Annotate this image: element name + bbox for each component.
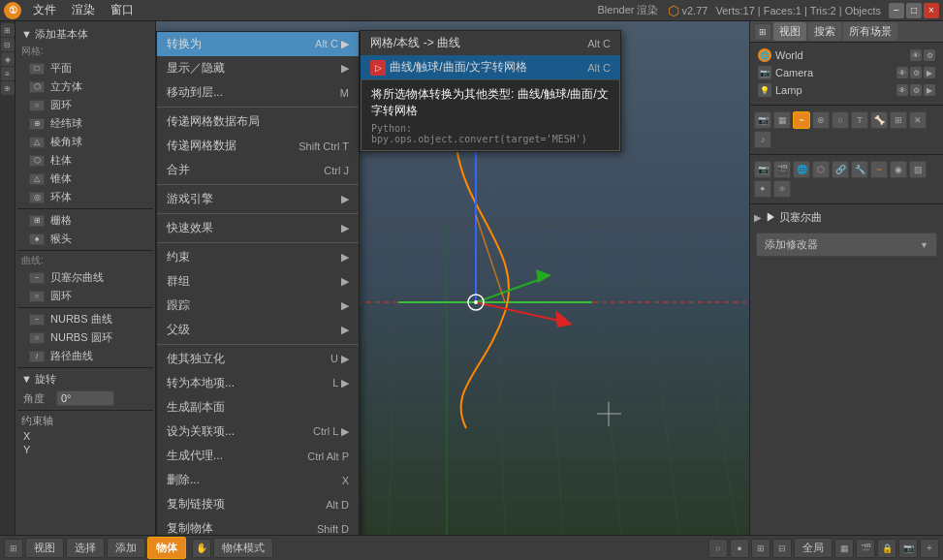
- bottom-btn-add[interactable]: 添加: [107, 538, 145, 558]
- menu-file[interactable]: 文件: [25, 0, 64, 20]
- scene-item-world[interactable]: 🌐 World 👁 ⚙: [754, 47, 939, 64]
- prop-icon-texture[interactable]: ▨: [909, 161, 927, 178]
- menu-item-transfer-data[interactable]: 传递网格数据 Shift Ctrl T: [157, 134, 359, 158]
- menu-item-make-single[interactable]: 使其独立化 U ▶: [157, 347, 359, 371]
- menu-item-group[interactable]: 群组 ▶: [157, 269, 359, 294]
- menu-item-quick-effects[interactable]: 快速效果 ▶: [157, 216, 359, 240]
- sidebar-item-nurbs[interactable]: ~ NURBS 曲线: [17, 310, 153, 328]
- lamp-render-icon[interactable]: ⚙: [910, 84, 922, 96]
- bottom-render-icon[interactable]: ▦: [834, 539, 854, 558]
- bottom-btn-object-mode[interactable]: 物体模式: [213, 538, 273, 558]
- sidebar-item-circle[interactable]: ○ 圆环: [17, 96, 153, 114]
- menu-item-track[interactable]: 跟踪 ▶: [157, 294, 359, 318]
- menu-item-join[interactable]: 合并 Ctrl J: [157, 158, 359, 182]
- r-icon-arm[interactable]: 🦴: [870, 111, 888, 129]
- bottom-cam-icon[interactable]: 📷: [898, 539, 918, 558]
- bottom-dot-icon[interactable]: ●: [730, 539, 749, 558]
- sidebar-item-bezier[interactable]: ~ 贝塞尔曲线: [17, 268, 153, 287]
- menu-item-proxy[interactable]: 生成代理... Ctrl Alt P: [157, 444, 359, 468]
- prop-icon-object[interactable]: ⬡: [812, 161, 830, 178]
- bottom-icon-view[interactable]: ⊞: [4, 539, 23, 558]
- add-modifier-button[interactable]: 添加修改器 ▼: [756, 233, 937, 257]
- right-tab-view[interactable]: 视图: [773, 22, 806, 41]
- left-icon-1[interactable]: ⊞: [1, 23, 15, 37]
- sidebar-item-cube[interactable]: ⬡ 立方体: [17, 78, 153, 96]
- bottom-circle-icon[interactable]: ○: [708, 539, 728, 558]
- sidebar-item-cone[interactable]: △ 锥体: [17, 170, 153, 188]
- menu-render[interactable]: 渲染: [64, 0, 103, 20]
- menu-item-convert[interactable]: 转换为 Alt C ▶ 网格/本线 -> 曲线 Alt C ▷ 曲线/触球/曲面…: [157, 32, 359, 56]
- scene-item-lamp[interactable]: 💡 Lamp 👁 ⚙ ▶: [754, 81, 939, 99]
- bottom-btn-select[interactable]: 选择: [66, 538, 105, 558]
- sidebar-item-uvsphere[interactable]: ⊕ 经纬球: [17, 114, 153, 133]
- bottom-btn-view[interactable]: 视图: [25, 538, 64, 558]
- camera-arrow-icon[interactable]: ▶: [924, 67, 935, 78]
- menu-item-dup-faces[interactable]: 生成副本面: [157, 395, 359, 420]
- minimize-button[interactable]: −: [889, 3, 904, 18]
- r-icon-spkr[interactable]: ♪: [754, 131, 771, 148]
- right-tab-all-scenes[interactable]: 所有场景: [843, 22, 897, 41]
- r-icon-curve[interactable]: ~: [793, 111, 810, 129]
- prop-icon-constraint[interactable]: 🔗: [832, 161, 849, 178]
- menu-item-make-linked[interactable]: 设为关联项... Ctrl L ▶: [157, 420, 359, 444]
- camera-render-icon[interactable]: ⚙: [910, 67, 922, 78]
- prop-icon-particles[interactable]: ✦: [754, 180, 771, 198]
- right-icon-panel[interactable]: ⊞: [754, 23, 771, 41]
- menu-window[interactable]: 窗口: [103, 0, 141, 20]
- bottom-icon-hand[interactable]: ✋: [192, 539, 211, 558]
- r-icon-meta[interactable]: ○: [832, 111, 849, 129]
- prop-icon-modifier[interactable]: 🔧: [851, 161, 868, 178]
- prop-icon-material[interactable]: ◉: [890, 161, 907, 178]
- prop-icon-data[interactable]: ~: [870, 161, 888, 178]
- menu-item-dup-linked[interactable]: 复制链接项 Alt D: [157, 492, 359, 516]
- menu-item-transfer-layout[interactable]: 传递网格数据布局: [157, 109, 359, 134]
- sidebar-item-path[interactable]: / 路径曲线: [17, 347, 153, 365]
- menu-item-parent[interactable]: 父级 ▶: [157, 318, 359, 342]
- right-tab-search[interactable]: 搜索: [808, 22, 841, 41]
- maximize-button[interactable]: □: [906, 3, 922, 18]
- r-icon-lat[interactable]: ⊞: [890, 111, 907, 129]
- r-icon-empty[interactable]: ✕: [909, 111, 927, 129]
- sidebar-item-nurbs-circle[interactable]: ○ NURBS 圆环: [17, 328, 153, 347]
- r-icon-surface[interactable]: ⊛: [812, 111, 830, 129]
- close-button[interactable]: ×: [924, 3, 939, 18]
- lamp-vis-icon[interactable]: 👁: [896, 84, 908, 96]
- left-icon-2[interactable]: ⊟: [1, 38, 15, 51]
- camera-vis-icon[interactable]: 👁: [896, 67, 908, 78]
- menu-item-make-local[interactable]: 转为本地项... L ▶: [157, 371, 359, 395]
- prop-icon-render[interactable]: 📷: [754, 161, 771, 178]
- bottom-global-label[interactable]: 全局: [794, 538, 833, 558]
- angle-input[interactable]: [56, 390, 114, 406]
- bottom-btn-object[interactable]: 物体: [147, 537, 186, 559]
- sidebar-item-monkey[interactable]: ♠ 猴头: [17, 230, 153, 248]
- submenu-item-mesh-to-curve[interactable]: 网格/本线 -> 曲线 Alt C: [361, 31, 620, 55]
- left-icon-3[interactable]: ◈: [1, 52, 15, 66]
- menu-item-delete[interactable]: 删除... X: [157, 468, 359, 492]
- sidebar-item-cylinder[interactable]: ⬡ 柱体: [17, 151, 153, 170]
- left-icon-5[interactable]: ⊕: [1, 81, 15, 95]
- sidebar-item-icosphere[interactable]: △ 棱角球: [17, 133, 153, 151]
- sidebar-item-grid[interactable]: ⊞ 栅格: [17, 211, 153, 230]
- scene-item-camera[interactable]: 📷 Camera 👁 ⚙ ▶: [754, 64, 939, 81]
- prop-icon-scene[interactable]: 🎬: [773, 161, 791, 178]
- left-icon-4[interactable]: ≡: [1, 67, 15, 80]
- menu-item-move-layer[interactable]: 移动到层... M: [157, 80, 359, 105]
- sidebar-item-curve-circle[interactable]: ○ 圆环: [17, 287, 153, 305]
- prop-icon-physics[interactable]: ⚛: [773, 180, 791, 198]
- menu-item-dup-object[interactable]: 复制物体 Shift D: [157, 516, 359, 535]
- menu-item-show-hide[interactable]: 显示／隐藏 ▶: [157, 56, 359, 80]
- bottom-layers-icon[interactable]: ⊟: [772, 539, 792, 558]
- menu-item-game[interactable]: 游戏引擎 ▶: [157, 187, 359, 211]
- r-icon-mesh[interactable]: ▦: [773, 111, 791, 129]
- prop-icon-world[interactable]: 🌐: [793, 161, 810, 178]
- bottom-lock-icon[interactable]: 🔒: [877, 539, 896, 558]
- r-icon-camera[interactable]: 📷: [754, 111, 771, 129]
- world-render-icon[interactable]: ⚙: [924, 49, 935, 61]
- axis-x[interactable]: X: [17, 429, 153, 443]
- sidebar-item-plane[interactable]: □ 平面: [17, 59, 153, 78]
- bottom-grid-icon[interactable]: ⊞: [751, 539, 770, 558]
- bottom-scene-icon[interactable]: 🎬: [856, 539, 875, 558]
- menu-item-constraints[interactable]: 约束 ▶: [157, 245, 359, 269]
- sidebar-item-torus[interactable]: ◎ 环体: [17, 188, 153, 206]
- axis-y[interactable]: Y: [17, 443, 153, 456]
